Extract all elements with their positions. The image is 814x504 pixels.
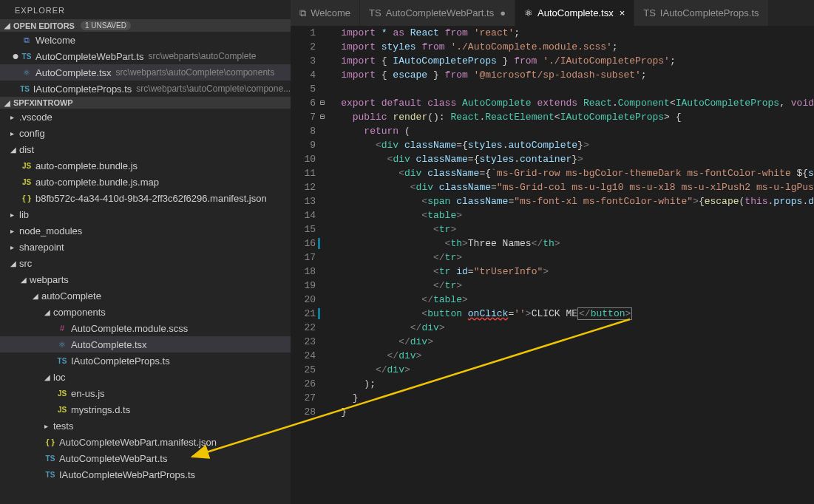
code-line[interactable]: public render(): React.ReactElement<IAut… [341, 110, 814, 124]
open-editor-item[interactable]: ●TSAutoCompleteWebPart.tssrc\webparts\au… [0, 48, 291, 64]
code-line[interactable]: </div> [341, 335, 814, 349]
code-line[interactable]: <tr> [341, 222, 814, 236]
folder-label: components [53, 307, 106, 318]
dirty-indicator[interactable]: ● [500, 7, 506, 18]
dirty-indicator: ● [10, 52, 21, 61]
file-label: IAutoCompleteProps.ts [33, 84, 132, 95]
file-label: AutoCompleteWebPart.ts [35, 51, 143, 62]
open-editor-item[interactable]: ⚛AutoComplete.tsxsrc\webparts\autoComple… [0, 64, 291, 81]
workspace-label: SPFXINTROWP [13, 98, 73, 107]
code-line[interactable]: </div> [341, 321, 814, 335]
file-item[interactable]: JSmystrings.d.ts [0, 401, 291, 418]
line-number-gutter: 123456⊟7⊟8910111213141516171819202122232… [291, 26, 328, 504]
json-icon: { } [21, 192, 33, 204]
code-line[interactable] [341, 82, 814, 96]
file-item[interactable]: JSauto-complete.bundle.js [0, 157, 291, 174]
folder-item[interactable]: ◢webparts [0, 271, 291, 287]
folder-item[interactable]: ▸node_modules [0, 222, 291, 239]
folder-item[interactable]: ▸lib [0, 206, 291, 222]
workspace-header[interactable]: ◢ SPFXINTROWP [0, 97, 291, 109]
code-line[interactable]: <th>Three Names</th> [341, 236, 814, 251]
file-item[interactable]: #AutoComplete.module.scss [0, 320, 291, 336]
code-line[interactable]: ); [341, 377, 814, 391]
editor-tab[interactable]: TSAutoCompleteWebPart.ts● [360, 0, 515, 26]
code-line[interactable]: </tr> [341, 251, 814, 265]
folder-item[interactable]: ◢src [0, 255, 291, 271]
file-label: auto-complete.bundle.js [35, 160, 138, 171]
code-line[interactable]: <div className={styles.container}> [341, 152, 814, 166]
vs-icon: ⧉ [21, 34, 33, 46]
ts-icon: TS [44, 469, 56, 480]
code-editor[interactable]: 123456⊟7⊟8910111213141516171819202122232… [291, 26, 814, 504]
js-icon: JS [21, 160, 33, 171]
folder-label: sharepoint [19, 242, 64, 253]
file-item[interactable]: TSIAutoCompleteProps.ts [0, 353, 291, 369]
code-line[interactable]: <div className="ms-Grid-col ms-u-lg10 ms… [341, 180, 814, 194]
file-item[interactable]: JSen-us.js [0, 385, 291, 401]
code-line[interactable]: } [341, 391, 814, 405]
line-number: 23 [291, 335, 316, 349]
ts-icon: TS [643, 7, 656, 18]
file-item[interactable]: JSauto-complete.bundle.js.map [0, 174, 291, 190]
code-line[interactable]: <span className="ms-font-xl ms-fontColor… [341, 194, 814, 208]
code-content[interactable]: import * as React from 'react';import st… [328, 26, 814, 504]
folder-item[interactable]: ◢components [0, 304, 291, 320]
chevron-right-icon: ▸ [10, 227, 18, 235]
folder-item[interactable]: ▸sharepoint [0, 239, 291, 255]
line-number: 10 [291, 152, 316, 166]
file-path: src\webparts\autoComplete\compone... [136, 84, 291, 94]
code-line[interactable]: import { escape } from '@microsoft/sp-lo… [341, 68, 814, 82]
folder-item[interactable]: ◢dist [0, 141, 291, 157]
close-icon[interactable]: × [620, 7, 625, 18]
code-line[interactable]: export default class AutoComplete extend… [341, 96, 814, 110]
code-line[interactable]: </div> [341, 363, 814, 377]
chevron-down-icon: ◢ [3, 21, 12, 30]
folder-item[interactable]: ▸tests [0, 418, 291, 434]
fold-icon[interactable]: ⊟ [320, 110, 325, 124]
folder-item[interactable]: ▸.vscode [0, 109, 291, 125]
open-editors-header[interactable]: ◢ OPEN EDITORS 1 UNSAVED [0, 19, 291, 32]
fold-icon[interactable]: ⊟ [320, 96, 325, 110]
file-label: en-us.js [71, 388, 105, 399]
code-line[interactable]: import styles from './AutoComplete.modul… [341, 40, 814, 54]
file-label: mystrings.d.ts [71, 404, 130, 415]
json-icon: { } [44, 436, 56, 448]
editor-tab[interactable]: TSIAutoCompleteProps.ts [634, 0, 768, 26]
editor-tab[interactable]: ⚛AutoComplete.tsx× [515, 0, 634, 26]
file-item[interactable]: { }b8fb572c-4a34-410d-9b34-2ff3c62f6296.… [0, 190, 291, 206]
code-line[interactable]: return ( [341, 124, 814, 138]
code-line[interactable]: <tr id="trUserInfo"> [341, 265, 814, 279]
line-number: 11 [291, 166, 316, 180]
code-line[interactable]: import * as React from 'react'; [341, 26, 814, 40]
file-item[interactable]: { }AutoCompleteWebPart.manifest.json [0, 434, 291, 450]
code-line[interactable]: import { IAutoCompleteProps } from './IA… [341, 54, 814, 68]
editor-tab[interactable]: ⧉Welcome [291, 0, 360, 26]
tab-label: IAutoCompleteProps.ts [660, 7, 759, 18]
code-line[interactable]: <div className={styles.autoComplete}> [341, 138, 814, 152]
open-editor-item[interactable]: ⧉Welcome [0, 32, 291, 48]
code-line[interactable]: </tr> [341, 279, 814, 293]
unsaved-badge: 1 UNSAVED [81, 21, 131, 30]
file-item[interactable]: TSIAutoCompleteWebPartProps.ts [0, 466, 291, 483]
folder-item[interactable]: ◢loc [0, 369, 291, 385]
folder-item[interactable]: ◢autoComplete [0, 287, 291, 304]
line-number: 21 [291, 307, 316, 321]
code-line[interactable]: </div> [341, 349, 814, 363]
code-line[interactable]: <table> [341, 208, 814, 222]
code-line[interactable]: </table> [341, 293, 814, 307]
chevron-right-icon: ▸ [10, 243, 18, 251]
folder-item[interactable]: ▸config [0, 125, 291, 141]
js-icon: JS [21, 176, 33, 188]
code-line[interactable]: <button onClick=''>CLICK ME</button> [341, 307, 814, 321]
folder-label: loc [53, 372, 66, 383]
code-line[interactable]: } [341, 405, 814, 419]
open-editor-item[interactable]: TSIAutoCompleteProps.tssrc\webparts\auto… [0, 81, 291, 97]
file-item[interactable]: ⚛AutoComplete.tsx [0, 336, 291, 353]
file-item[interactable]: TSAutoCompleteWebPart.ts [0, 450, 291, 466]
file-path: src\webparts\autoComplete\components [116, 67, 275, 78]
code-line[interactable]: <div className={`ms-Grid-row ms-bgColor-… [341, 166, 814, 180]
modified-indicator [318, 238, 320, 249]
open-editors-label: OPEN EDITORS [13, 21, 75, 30]
chevron-down-icon: ◢ [33, 292, 40, 300]
line-number: 8 [291, 124, 316, 138]
